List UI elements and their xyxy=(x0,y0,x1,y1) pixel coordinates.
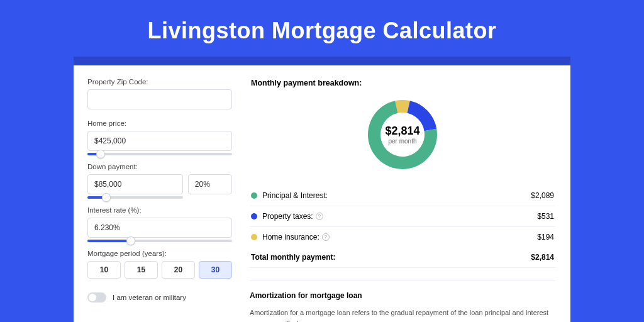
down-payment-label: Down payment: xyxy=(87,163,232,170)
period-label: Mortgage period (years): xyxy=(87,250,232,257)
info-icon[interactable]: ? xyxy=(322,233,330,241)
breakdown-title: Monthly payment breakdown: xyxy=(251,79,555,87)
breakdown-line: Property taxes:?$531 xyxy=(250,206,555,227)
result-column: Monthly payment breakdown: $2,814 per mo… xyxy=(243,65,570,322)
breakdown-line: Home insurance:?$194 xyxy=(250,227,555,247)
amortization-section: Amortization for mortgage loan Amortizat… xyxy=(250,280,555,322)
amortization-body: Amortization for a mortgage loan refers … xyxy=(250,308,555,322)
form-column: Property Zip Code: Home price: Down paym… xyxy=(74,65,243,322)
zip-row: Property Zip Code: xyxy=(87,78,232,109)
interest-row: Interest rate (%): xyxy=(87,206,232,242)
period-button-20[interactable]: 20 xyxy=(162,261,195,279)
breakdown-label: Property taxes:? xyxy=(262,212,537,221)
total-value: $2,814 xyxy=(531,253,554,262)
breakdown-label: Principal & Interest: xyxy=(262,191,531,200)
donut-amount: $2,814 xyxy=(385,125,419,138)
interest-slider[interactable] xyxy=(87,240,232,242)
period-button-10[interactable]: 10 xyxy=(87,261,121,279)
legend-dot xyxy=(251,192,257,199)
breakdown-value: $194 xyxy=(537,233,554,242)
calculator-panel: Property Zip Code: Home price: Down paym… xyxy=(74,65,570,322)
amortization-title: Amortization for mortgage loan xyxy=(250,291,555,300)
period-group: 10152030 xyxy=(87,261,232,279)
donut-chart: $2,814 per month xyxy=(363,95,442,174)
zip-input[interactable] xyxy=(87,89,232,109)
total-label: Total monthly payment: xyxy=(251,253,531,262)
period-row: Mortgage period (years): 10152030 xyxy=(87,250,232,279)
interest-input[interactable] xyxy=(87,218,232,238)
down-payment-percent-input[interactable] xyxy=(188,174,232,194)
period-button-30[interactable]: 30 xyxy=(199,261,232,279)
legend-dot xyxy=(251,213,257,219)
total-line: Total monthly payment: $2,814 xyxy=(250,247,555,268)
breakdown-lines: Principal & Interest:$2,089Property taxe… xyxy=(250,186,555,247)
zip-label: Property Zip Code: xyxy=(87,78,232,86)
home-price-row: Home price: xyxy=(87,119,232,155)
down-payment-row: Down payment: xyxy=(87,163,232,199)
title-underline xyxy=(74,57,570,65)
donut-chart-wrap: $2,814 per month xyxy=(250,95,555,174)
breakdown-value: $2,089 xyxy=(531,191,554,200)
interest-label: Interest rate (%): xyxy=(87,206,232,214)
veteran-label: I am veteran or military xyxy=(113,294,186,301)
down-payment-amount-input[interactable] xyxy=(87,174,183,194)
down-payment-slider[interactable] xyxy=(87,196,183,199)
breakdown-value: $531 xyxy=(537,212,554,221)
home-price-input[interactable] xyxy=(87,131,232,151)
legend-dot xyxy=(251,234,257,240)
breakdown-line: Principal & Interest:$2,089 xyxy=(250,186,555,206)
period-button-15[interactable]: 15 xyxy=(125,261,158,279)
home-price-label: Home price: xyxy=(87,119,232,127)
veteran-toggle[interactable] xyxy=(87,292,106,303)
breakdown-label: Home insurance:? xyxy=(262,233,537,242)
home-price-slider[interactable] xyxy=(87,153,232,155)
page-title: Livingston Mortgage Calculator xyxy=(0,0,644,57)
info-icon[interactable]: ? xyxy=(316,213,323,220)
donut-sub: per month xyxy=(385,138,419,145)
veteran-row: I am veteran or military xyxy=(87,292,232,303)
